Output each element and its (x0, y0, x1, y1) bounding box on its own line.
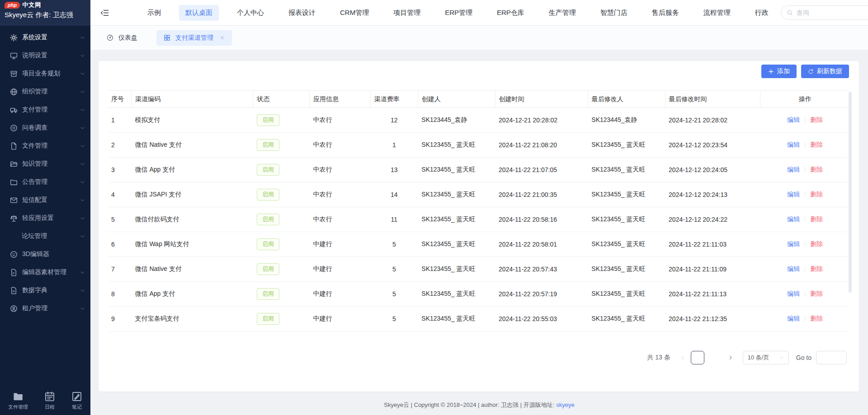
sidebar-menu-item[interactable]: 组织管理 (0, 83, 90, 101)
page-number-button[interactable] (709, 351, 722, 364)
folder-icon (10, 178, 18, 186)
sidebar-footer-item[interactable]: 笔记 (71, 391, 82, 410)
page-tab[interactable]: 仪表盘 (100, 30, 144, 46)
table-header-cell: 创建人 (418, 91, 495, 108)
top-nav-item[interactable]: ERP仓库 (491, 5, 531, 21)
top-nav-item[interactable]: 生产管理 (542, 5, 582, 21)
delete-link[interactable]: 删除 (810, 315, 823, 322)
cell-channel-code: 微信付款码支付 (132, 207, 253, 232)
prev-page-icon[interactable] (677, 351, 689, 364)
top-nav-item[interactable]: ERP管理 (439, 5, 479, 21)
cell-creator: SK123455_ 蓝天旺 (418, 257, 495, 282)
sidebar-menu-item[interactable]: 短信配置 (0, 191, 90, 209)
add-button[interactable]: 添加 (761, 65, 797, 78)
cell-modified-time: 2024-12-12 20:24:05 (665, 158, 760, 182)
sidebar-menu-item[interactable]: 系统设置 (0, 28, 90, 47)
top-nav-item[interactable]: CRM管理 (334, 5, 375, 21)
delete-link[interactable]: 删除 (810, 116, 823, 123)
sidebar-menu-item[interactable]: 说明设置 (0, 47, 90, 65)
sidebar-menu-item[interactable]: 租户管理 (0, 299, 90, 317)
table-header-cell: 创建时间 (495, 91, 588, 108)
sidebar-menu-item[interactable]: 问卷调查 (0, 119, 90, 137)
cell-created-time: 2024-11-22 20:57:43 (495, 257, 588, 282)
table-scrollbar[interactable] (849, 92, 852, 293)
file-icon (10, 142, 18, 150)
edit-link[interactable]: 编辑 (787, 141, 800, 148)
sidebar-menu-item[interactable]: 3D编辑器 (0, 245, 90, 263)
chevron-down-icon (80, 306, 85, 311)
sidebar-menu-item[interactable]: 论坛管理 (0, 227, 90, 245)
global-search[interactable] (781, 5, 868, 20)
top-nav-item[interactable]: 行政 (749, 5, 775, 21)
sidebar-footer-item[interactable]: 文件管理 (8, 391, 28, 410)
search-input[interactable] (797, 9, 868, 16)
top-nav-item[interactable]: 个人中心 (231, 5, 270, 21)
calendar-icon (44, 391, 55, 402)
php-site-label: 中文网 (22, 1, 41, 9)
cell-modified-time: 2024-11-22 21:11:13 (665, 282, 760, 307)
collapse-sidebar-icon[interactable] (100, 9, 109, 17)
top-nav-list: 示例 默认桌面 个人中心 报表设计 CRM管理 项目管理 ERP管理 ERP仓库… (135, 5, 781, 21)
sidebar-footer-item[interactable]: 日程 (44, 391, 55, 410)
next-page-icon[interactable] (725, 351, 736, 364)
top-nav-item[interactable]: 项目管理 (387, 5, 427, 21)
delete-link[interactable]: 删除 (810, 215, 823, 223)
sidebar-menu-item[interactable]: 文件管理 (0, 137, 90, 155)
sidebar: php 中文网 Skyeye云 作者: 卫志强 系统设置 说明设置 项目业务规划… (0, 0, 90, 415)
delete-link[interactable]: 删除 (810, 265, 823, 272)
goto-page-input[interactable] (816, 351, 847, 364)
edit-link[interactable]: 编辑 (787, 265, 800, 272)
cell-created-time: 2024-11-22 20:57:19 (495, 282, 588, 307)
cell-rate: 13 (370, 158, 418, 182)
edit-link[interactable]: 编辑 (787, 240, 800, 247)
monitor-icon (10, 52, 18, 60)
delete-link[interactable]: 删除 (810, 290, 823, 297)
sidebar-menu-item[interactable]: 公告管理 (0, 173, 90, 191)
sidebar-menu-item[interactable]: R 数据字典 (0, 281, 90, 299)
edit-link[interactable]: 编辑 (787, 315, 800, 322)
cell-rate: 5 (370, 257, 418, 282)
top-nav-item[interactable]: 智慧门店 (594, 5, 634, 21)
page-size-select[interactable]: 10 条/页 (743, 351, 789, 364)
top-nav-item[interactable]: 示例 (141, 5, 167, 21)
edit-link[interactable]: 编辑 (787, 116, 800, 123)
page-tab[interactable]: 支付渠道管理 (156, 30, 232, 46)
folder-fill-icon (13, 391, 24, 402)
cell-status: 启用 (253, 133, 310, 158)
refresh-button[interactable]: 刷新数据 (801, 65, 849, 78)
page-number-button[interactable] (691, 351, 704, 364)
cell-rate: 5 (370, 307, 418, 331)
tenant-icon (10, 305, 18, 312)
cell-status: 启用 (253, 207, 310, 232)
cell-channel-code: 微信 Wap 网站支付 (132, 232, 253, 257)
delete-link[interactable]: 删除 (810, 166, 823, 173)
top-nav-item[interactable]: 流程管理 (697, 5, 737, 21)
cell-status: 启用 (253, 108, 310, 133)
table-header-cell: 状态 (253, 91, 310, 108)
cell-actions: 编辑删除 (760, 307, 850, 331)
sidebar-footer: 文件管理 日程 笔记 (0, 391, 90, 410)
cell-modified-time: 2024-11-22 21:12:35 (665, 307, 760, 331)
chevron-down-icon (80, 107, 85, 112)
cell-app-info: 中建行 (310, 307, 371, 331)
sidebar-menu-item[interactable]: 支付管理 (0, 101, 90, 119)
sidebar-menu-item[interactable]: 轻应用设置 (0, 209, 90, 227)
sidebar-menu-item[interactable]: 项目业务规划 (0, 65, 90, 83)
close-icon[interactable] (220, 35, 225, 40)
top-nav-item[interactable]: 售后服务 (646, 5, 685, 21)
delete-link[interactable]: 删除 (810, 191, 823, 198)
sidebar-menu-item[interactable]: 知识管理 (0, 155, 90, 173)
edit-link[interactable]: 编辑 (787, 290, 800, 297)
footer-link[interactable]: skyeye (556, 401, 574, 408)
top-nav-item[interactable]: 默认桌面 (179, 5, 219, 21)
delete-link[interactable]: 删除 (810, 141, 823, 148)
cell-rate: 11 (370, 207, 418, 232)
edit-link[interactable]: 编辑 (787, 191, 800, 198)
sidebar-menu-item[interactable]: P 编辑器素材管理 (0, 263, 90, 281)
cell-modified-time: 2024-12-12 20:24:22 (665, 207, 760, 232)
status-badge: 启用 (257, 189, 279, 201)
edit-link[interactable]: 编辑 (787, 215, 800, 223)
edit-link[interactable]: 编辑 (787, 166, 800, 173)
delete-link[interactable]: 删除 (810, 240, 823, 247)
top-nav-item[interactable]: 报表设计 (282, 5, 322, 21)
